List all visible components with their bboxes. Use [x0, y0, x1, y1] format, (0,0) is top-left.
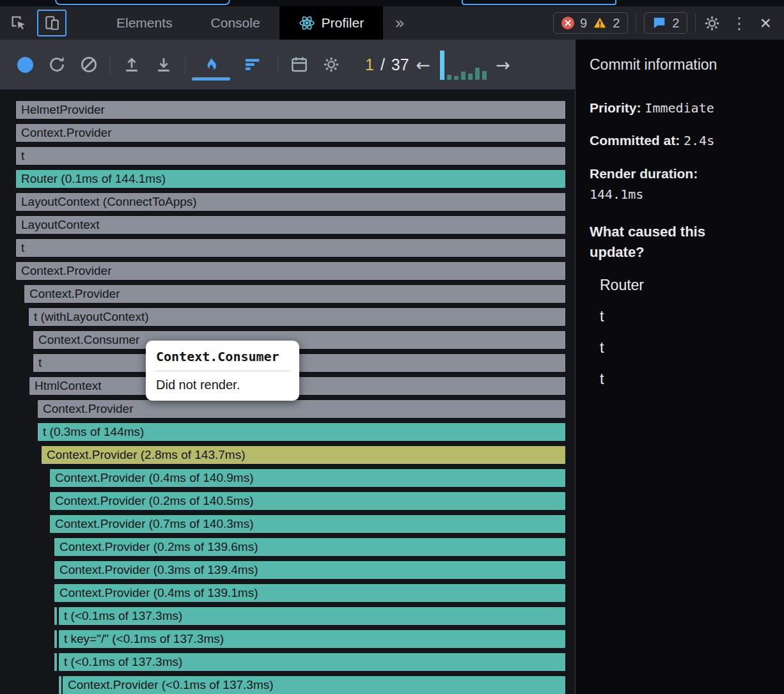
- gear-icon: [703, 15, 721, 32]
- close-devtools-button[interactable]: ×: [757, 12, 774, 34]
- page-highlight-fragment: [462, 0, 616, 5]
- update-cause-question: What caused this update?: [590, 222, 725, 263]
- flamegraph-bar[interactable]: Context.Provider: [37, 399, 566, 419]
- flamegraph-bar-sliver[interactable]: [54, 606, 58, 626]
- record-button[interactable]: [9, 47, 41, 82]
- page-highlight-fragment: [55, 0, 230, 5]
- flamegraph-bar[interactable]: t (<0.1ms of 137.3ms): [58, 606, 566, 626]
- flamegraph-bar[interactable]: Router (0.1ms of 144.1ms): [15, 169, 566, 189]
- flamegraph-bar[interactable]: LayoutContext (ConnectToApps): [15, 192, 566, 212]
- render-duration-value: 144.1ms: [590, 186, 771, 203]
- save-profile-button[interactable]: [148, 47, 180, 82]
- flamegraph-bar[interactable]: Context.Provider (0.3ms of 139.4ms): [54, 560, 566, 580]
- commit-divider: /: [380, 56, 385, 74]
- warning-count: 2: [613, 16, 620, 31]
- flamegraph-bar[interactable]: Context.Provider (<0.1ms of 137.3ms): [62, 675, 566, 694]
- flamegraph-bar[interactable]: Context.Provider (0.4ms of 139.1ms): [54, 583, 566, 603]
- close-icon: ×: [760, 12, 771, 34]
- update-cause-item[interactable]: t: [600, 308, 771, 325]
- flamegraph-bar[interactable]: Context.Provider: [24, 284, 566, 304]
- commit-bar[interactable]: [475, 68, 480, 80]
- separator: [695, 13, 696, 33]
- load-profile-button[interactable]: [116, 47, 148, 82]
- flamegraph-view-button[interactable]: [191, 47, 231, 82]
- devtools-tabbar: Elements Console Profiler » 9 2: [0, 6, 784, 40]
- commit-selector-chart[interactable]: [440, 49, 487, 80]
- clear-profiling-data-button[interactable]: [73, 47, 105, 82]
- flamegraph-bar[interactable]: t (withLayoutContext): [28, 307, 566, 327]
- commit-current: 1: [365, 56, 374, 74]
- tab-profiler[interactable]: Profiler: [279, 6, 384, 40]
- tabbar-right-controls: 9 2 2 ⋮ ×: [553, 6, 784, 40]
- next-commit-button[interactable]: →: [489, 49, 517, 81]
- commit-bar[interactable]: [454, 76, 459, 80]
- flamegraph-bar[interactable]: Context.Provider: [15, 261, 566, 281]
- update-cause-item[interactable]: Router: [600, 277, 771, 294]
- device-toolbar-button[interactable]: [37, 10, 67, 36]
- flamegraph-bar[interactable]: t: [15, 238, 566, 258]
- flamegraph-bar[interactable]: t (0.3ms of 144ms): [37, 422, 566, 442]
- flamegraph-bar-sliver[interactable]: [54, 652, 58, 672]
- message-bubble-icon: [652, 16, 666, 30]
- issues-count: 2: [672, 16, 679, 31]
- flamegraph-bar[interactable]: LayoutContext: [15, 215, 566, 235]
- timeline-view-button[interactable]: [283, 47, 315, 82]
- issues-badge[interactable]: 2: [644, 12, 687, 34]
- tabbar-spacer: [67, 6, 97, 40]
- update-cause-item[interactable]: t: [600, 371, 771, 388]
- reload-and-profile-button[interactable]: [41, 47, 73, 82]
- commit-bar[interactable]: [461, 72, 466, 80]
- flame-icon: [201, 55, 221, 74]
- flamegraph-bar[interactable]: Context.Provider (0.7ms of 140.3ms): [49, 514, 566, 534]
- flamegraph-bar[interactable]: t: [15, 146, 566, 166]
- flamegraph-bar[interactable]: Context.Provider (0.4ms of 140.9ms): [49, 468, 566, 488]
- more-options-button[interactable]: ⋮: [728, 14, 749, 33]
- warning-icon: [593, 16, 607, 30]
- flamegraph-bar[interactable]: t (<0.1ms of 137.3ms): [58, 652, 566, 672]
- flamegraph-bar[interactable]: Context.Provider (2.8ms of 143.7ms): [41, 445, 566, 465]
- flamegraph-bar[interactable]: t: [33, 353, 566, 373]
- page-top-strip: [0, 0, 784, 6]
- causes-list: Routerttt: [590, 277, 771, 388]
- arrow-left-icon: ←: [416, 55, 430, 75]
- commit-bar[interactable]: [447, 75, 451, 80]
- previous-commit-button[interactable]: ←: [409, 49, 437, 81]
- download-icon: [154, 55, 173, 74]
- flamegraph-bar[interactable]: t key="/" (<0.1ms of 137.3ms): [58, 629, 566, 649]
- priority-value: Immediate: [645, 100, 714, 116]
- toolbar-separator: [185, 55, 185, 74]
- tooltip-render-info: Did not render.: [156, 378, 289, 392]
- tab-console[interactable]: Console: [192, 6, 279, 40]
- flamegraph-bar[interactable]: Context.Provider: [15, 123, 566, 143]
- profiler-main: 1 / 37 ← → Context.Consumer Did not rend…: [0, 40, 784, 694]
- ranked-view-button[interactable]: [231, 47, 272, 82]
- committed-at-row: Committed at: 2.4s: [590, 132, 771, 149]
- update-cause-item[interactable]: t: [600, 339, 771, 357]
- calendar-icon: [290, 55, 309, 74]
- clear-icon: [79, 55, 98, 74]
- profiler-settings-button[interactable]: [315, 47, 347, 82]
- error-count: 9: [580, 16, 587, 31]
- tab-label: Profiler: [322, 15, 365, 31]
- commit-bar[interactable]: [468, 73, 473, 80]
- gear-icon: [322, 56, 340, 73]
- more-tabs-button[interactable]: »: [383, 6, 416, 40]
- react-atom-icon: [299, 15, 315, 31]
- flamegraph-bar[interactable]: HelmetProvider: [15, 100, 566, 120]
- commit-bar[interactable]: [482, 71, 487, 80]
- flamegraph-bar[interactable]: Context.Provider (0.2ms of 140.5ms): [49, 491, 566, 511]
- toolbar-separator: [110, 55, 111, 74]
- committed-at-value: 2.4s: [684, 133, 714, 148]
- inspect-element-button[interactable]: [0, 6, 37, 40]
- flamegraph-bar-sliver[interactable]: [54, 629, 58, 649]
- commit-bar-selected[interactable]: [440, 50, 444, 80]
- settings-button[interactable]: [703, 15, 721, 32]
- profiler-toolbar: 1 / 37 ← →: [0, 40, 575, 89]
- kebab-icon: ⋮: [731, 14, 747, 33]
- console-errors-warnings-badge[interactable]: 9 2: [553, 12, 628, 34]
- flamegraph-bar[interactable]: Context.Consumer: [33, 330, 566, 350]
- flamegraph: Context.Consumer Did not render. HelmetP…: [0, 89, 575, 694]
- tab-elements[interactable]: Elements: [97, 6, 192, 40]
- flamegraph-bar[interactable]: Context.Provider (0.2ms of 139.6ms): [54, 537, 566, 557]
- inspect-cursor-icon: [10, 14, 27, 32]
